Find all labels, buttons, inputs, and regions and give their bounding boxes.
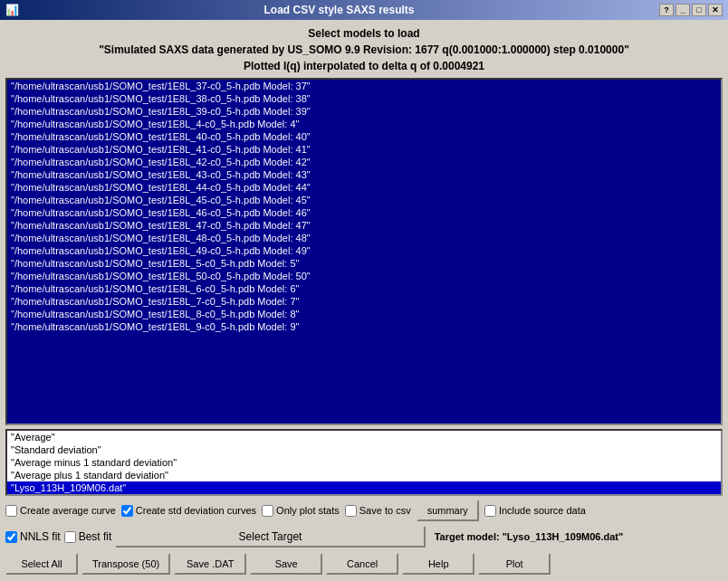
help-btn[interactable]: ? xyxy=(659,4,674,16)
blue-list-item[interactable]: "/home/ultrascan/usb1/SOMO_test/1E8L_49-… xyxy=(7,244,721,257)
blue-list-item[interactable]: "/home/ultrascan/usb1/SOMO_test/1E8L_40-… xyxy=(7,130,721,143)
bottom-button-row: Select All Transpose (50) Save .DAT Save… xyxy=(5,552,723,576)
best-fit-checkbox[interactable] xyxy=(64,531,76,543)
create-std-dev-curves-label[interactable]: Create std deviation curves xyxy=(121,505,256,517)
blue-list[interactable]: "/home/ultrascan/usb1/SOMO_test/1E8L_37-… xyxy=(5,78,723,425)
only-plot-stats-label[interactable]: Only plot stats xyxy=(262,505,340,517)
header-line2: "Simulated SAXS data generated by US_SOM… xyxy=(5,42,723,58)
white-list-item[interactable]: "Average plus 1 standard deviation" xyxy=(7,469,721,481)
select-target-button[interactable]: Select Target xyxy=(115,526,425,548)
white-list-item[interactable]: "Standard deviation" xyxy=(7,443,721,456)
nnls-fit-label[interactable]: NNLS fit xyxy=(5,530,61,543)
blue-list-item[interactable]: "/home/ultrascan/usb1/SOMO_test/1E8L_38-… xyxy=(7,92,721,105)
header-line1: Select models to load xyxy=(5,25,723,42)
white-list[interactable]: "Average""Standard deviation""Average mi… xyxy=(5,429,723,496)
main-container: Select models to load "Simulated SAXS da… xyxy=(0,20,728,581)
nnls-fit-checkbox[interactable] xyxy=(5,531,17,543)
target-model-label: Target model: "Lyso_113H_109M06.dat" xyxy=(429,531,723,542)
blue-list-item[interactable]: "/home/ultrascan/usb1/SOMO_test/1E8L_6-c… xyxy=(7,282,721,295)
blue-list-item[interactable]: "/home/ultrascan/usb1/SOMO_test/1E8L_50-… xyxy=(7,270,721,282)
blue-list-item[interactable]: "/home/ultrascan/usb1/SOMO_test/1E8L_48-… xyxy=(7,232,721,244)
include-source-data-checkbox[interactable] xyxy=(484,505,496,517)
blue-list-item[interactable]: "/home/ultrascan/usb1/SOMO_test/1E8L_39-… xyxy=(7,105,721,118)
save-to-csv-checkbox[interactable] xyxy=(345,505,357,517)
maximize-btn[interactable]: □ xyxy=(692,4,706,16)
header: Select models to load "Simulated SAXS da… xyxy=(5,25,723,74)
summary-button[interactable]: summary xyxy=(417,500,479,521)
create-average-curve-checkbox[interactable] xyxy=(5,505,17,517)
white-list-item[interactable]: "Lyso_113H_109M06.dat" xyxy=(7,481,721,494)
title-bar: 📊 Load CSV style SAXS results ? _ □ ✕ xyxy=(0,0,728,20)
title-bar-buttons: ? _ □ ✕ xyxy=(659,4,723,16)
transpose-button[interactable]: Transpose (50) xyxy=(81,553,170,575)
blue-list-item[interactable]: "/home/ultrascan/usb1/SOMO_test/1E8L_9-c… xyxy=(7,320,721,333)
cancel-button[interactable]: Cancel xyxy=(326,553,398,575)
title-bar-title: Load CSV style SAXS results xyxy=(263,4,414,16)
save-dat-button[interactable]: Save .DAT xyxy=(174,553,246,575)
white-list-item[interactable]: "Average" xyxy=(7,431,721,443)
only-plot-stats-checkbox[interactable] xyxy=(262,505,273,517)
nnls-row: NNLS fit Best fit Select Target Target m… xyxy=(5,525,723,548)
blue-list-item[interactable]: "/home/ultrascan/usb1/SOMO_test/1E8L_5-c… xyxy=(7,257,721,270)
blue-list-item[interactable]: "/home/ultrascan/usb1/SOMO_test/1E8L_44-… xyxy=(7,181,721,194)
create-std-dev-curves-checkbox[interactable] xyxy=(121,505,133,517)
save-button[interactable]: Save xyxy=(250,553,322,575)
title-bar-icon: 📊 xyxy=(5,4,19,16)
blue-list-item[interactable]: "/home/ultrascan/usb1/SOMO_test/1E8L_7-c… xyxy=(7,295,721,308)
plot-button[interactable]: Plot xyxy=(478,553,551,575)
blue-list-item[interactable]: "/home/ultrascan/usb1/SOMO_test/1E8L_46-… xyxy=(7,206,721,219)
blue-list-item[interactable]: "/home/ultrascan/usb1/SOMO_test/1E8L_37-… xyxy=(7,80,721,92)
blue-list-item[interactable]: "/home/ultrascan/usb1/SOMO_test/1E8L_4-c… xyxy=(7,118,721,130)
close-btn[interactable]: ✕ xyxy=(708,4,723,16)
blue-list-item[interactable]: "/home/ultrascan/usb1/SOMO_test/1E8L_45-… xyxy=(7,194,721,206)
save-to-csv-label[interactable]: Save to csv xyxy=(345,505,411,517)
minimize-btn[interactable]: _ xyxy=(675,4,690,16)
create-average-curve-label[interactable]: Create average curve xyxy=(5,505,116,517)
help-button[interactable]: Help xyxy=(402,553,474,575)
select-all-button[interactable]: Select All xyxy=(5,553,78,575)
blue-list-item[interactable]: "/home/ultrascan/usb1/SOMO_test/1E8L_47-… xyxy=(7,219,721,232)
blue-list-item[interactable]: "/home/ultrascan/usb1/SOMO_test/1E8L_8-c… xyxy=(7,308,721,320)
blue-list-item[interactable]: "/home/ultrascan/usb1/SOMO_test/1E8L_41-… xyxy=(7,143,721,156)
options-row: Create average curve Create std deviatio… xyxy=(5,500,723,521)
white-list-item[interactable]: "Average minus 1 standard deviation" xyxy=(7,456,721,469)
include-source-data-label[interactable]: Include source data xyxy=(484,505,586,517)
blue-list-item[interactable]: "/home/ultrascan/usb1/SOMO_test/1E8L_42-… xyxy=(7,156,721,168)
blue-list-item[interactable]: "/home/ultrascan/usb1/SOMO_test/1E8L_43-… xyxy=(7,168,721,181)
best-fit-label[interactable]: Best fit xyxy=(64,530,112,543)
header-line3: Plotted I(q) interpolated to delta q of … xyxy=(5,58,723,74)
